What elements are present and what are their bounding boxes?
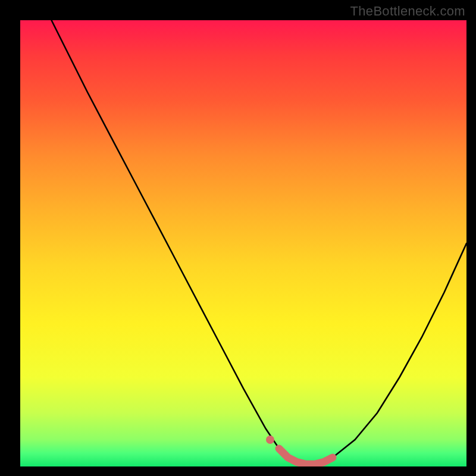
bottleneck-curve bbox=[52, 20, 467, 464]
chart-container: TheBottleneck.com bbox=[0, 0, 476, 476]
optimal-zone-dot bbox=[266, 436, 274, 444]
watermark-text: TheBottleneck.com bbox=[350, 4, 465, 19]
curve-layer bbox=[20, 20, 466, 466]
optimal-zone-highlight bbox=[279, 449, 333, 464]
plot-area bbox=[20, 20, 466, 466]
